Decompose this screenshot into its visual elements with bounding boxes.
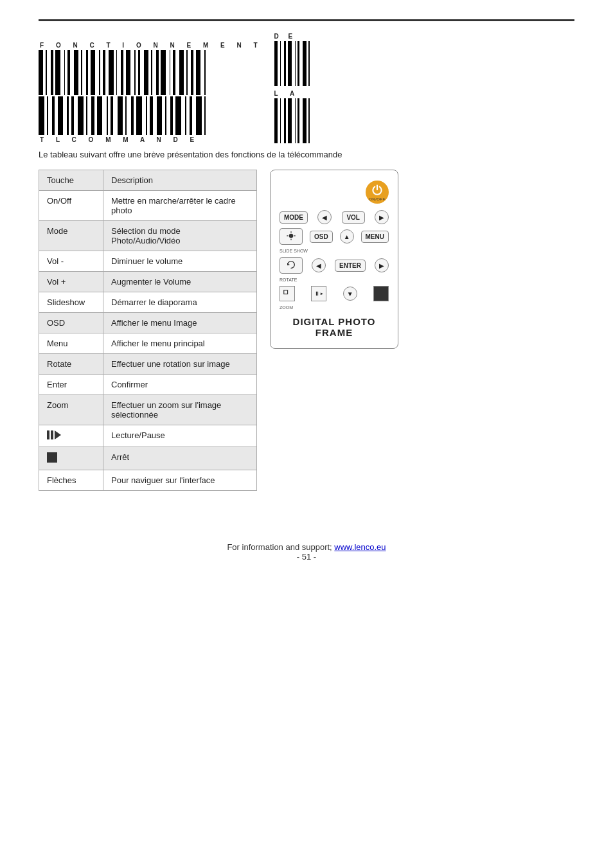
rotate-icon — [286, 260, 296, 270]
table-cell-value: Afficher le menu principal — [103, 333, 257, 354]
barcode-la-wrap: L A — [274, 90, 310, 143]
intro-text: Le tableau suivant offre une brève prése… — [39, 150, 574, 159]
table-cell-key: Flèches — [39, 470, 103, 491]
table-cell-key: Vol + — [39, 272, 103, 292]
footer-page-number: - 51 - — [39, 552, 574, 562]
svg-rect-5 — [284, 290, 288, 294]
remote-power-row: ON/OFF — [280, 181, 389, 204]
table-row: Vol + Augmenter le Volume — [39, 272, 257, 292]
menu-button[interactable]: MENU — [361, 231, 389, 243]
table-row: On/Off Mettre en marche/arrêter le cadre… — [39, 191, 257, 221]
svg-point-0 — [289, 234, 294, 238]
barcode-label-top: F O N C T I O N N E M E N T — [40, 42, 263, 49]
pause-bar-2 — [51, 430, 53, 439]
table-header-value: Description — [103, 170, 257, 191]
top-rule — [39, 19, 574, 21]
table-cell-key: Enter — [39, 375, 103, 395]
rotate-button[interactable] — [280, 257, 303, 274]
pause-bar — [47, 430, 49, 439]
play-pause-button[interactable]: ⏸▶ — [311, 286, 326, 301]
vol-button[interactable]: VOL — [342, 211, 365, 224]
barcode-section: F O N C T I O N N E M E N T — [39, 33, 574, 143]
table-row: Menu Afficher le menu principal — [39, 333, 257, 354]
up-arrow-button[interactable]: ▲ — [340, 229, 354, 244]
table-row: Zoom Effectuer un zoom sur l'image sélec… — [39, 395, 257, 425]
play-pause-icon — [47, 430, 61, 439]
table-cell-key: Zoom — [39, 395, 103, 425]
footer: For information and support; www.lenco.e… — [39, 542, 574, 562]
table-cell-play-pause — [39, 425, 103, 447]
nav-right-button[interactable]: ▶ — [375, 258, 389, 272]
table-cell-value: Effectuer une rotation sur image — [103, 354, 257, 375]
table-row: Mode Sélection du mode Photo/Audio/Vidéo — [39, 221, 257, 251]
power-button[interactable]: ON/OFF — [366, 181, 389, 204]
digital-photo-frame-label: DIGITAL PHOTO FRAME — [280, 316, 389, 338]
footer-text: For information and support; — [227, 542, 334, 552]
table-row: Flèches Pour naviguer sur l'interface — [39, 470, 257, 491]
right-arrow-button[interactable]: ▶ — [375, 210, 389, 224]
table-cell-key: Vol - — [39, 251, 103, 272]
footer-link[interactable]: www.lenco.eu — [334, 542, 386, 552]
barcode-large-bottom — [39, 96, 206, 135]
left-arrow-button[interactable]: ◀ — [317, 210, 332, 224]
table-cell-value: Pour naviguer sur l'interface — [103, 470, 257, 491]
zoom-row: ⏸▶ ▼ — [280, 286, 389, 301]
nav-left-button[interactable]: ◀ — [312, 258, 326, 272]
footer-text-row: For information and support; www.lenco.e… — [39, 542, 574, 552]
la-label: L A — [274, 90, 310, 97]
remote-body: ON/OFF MODE ◀ VOL ▶ — [280, 181, 389, 310]
stop-button[interactable] — [373, 286, 389, 301]
table-row: Enter Confirmer — [39, 375, 257, 395]
stop-icon — [47, 452, 57, 463]
zoom-icon — [283, 289, 292, 298]
barcode-label-bottom: T L C O M M A N D E — [40, 136, 199, 143]
table-cell-key: Slideshow — [39, 292, 103, 313]
table-cell-value: Augmenter le Volume — [103, 272, 257, 292]
table-row: Rotate Effectuer une rotation sur image — [39, 354, 257, 375]
mode-button[interactable]: MODE — [280, 211, 308, 224]
osd-menu-row: OSD ▲ MENU — [280, 228, 389, 245]
table-cell-stop — [39, 447, 103, 470]
table-cell-value: Diminuer le volume — [103, 251, 257, 272]
table-row: OSD Afficher le menu Image — [39, 313, 257, 333]
barcode-main: F O N C T I O N N E M E N T — [39, 42, 263, 143]
table-row: Slideshow Démarrer le diaporama — [39, 292, 257, 313]
table-row: Arrêt — [39, 447, 257, 470]
rotate-label: ROTATE — [280, 278, 389, 282]
brightness-icon — [286, 231, 296, 241]
table-cell-key: OSD — [39, 313, 103, 333]
brightness-button[interactable] — [280, 228, 303, 245]
table-cell-value: Lecture/Pause — [103, 425, 257, 447]
enter-button[interactable]: ENTER — [335, 260, 366, 272]
mode-vol-row: MODE ◀ VOL ▶ — [280, 210, 389, 224]
de-label: D E — [274, 33, 310, 40]
table-header-key: Touche — [39, 170, 103, 191]
table-cell-value: Afficher le menu Image — [103, 313, 257, 333]
barcode-de — [274, 41, 310, 86]
enter-row: ◀ ENTER ▶ — [280, 257, 389, 274]
table-cell-value: Confirmer — [103, 375, 257, 395]
table-cell-value: Démarrer le diaporama — [103, 292, 257, 313]
slideshow-label: SLIDE SHOW — [280, 249, 389, 253]
remote-table: Touche Description On/Off Mettre en marc… — [39, 170, 257, 491]
osd-button[interactable]: OSD — [310, 231, 333, 243]
table-cell-value: Sélection du mode Photo/Audio/Vidéo — [103, 221, 257, 251]
zoom-label-text: ZOOM — [280, 305, 389, 310]
remote-control: ON/OFF MODE ◀ VOL ▶ — [270, 170, 398, 349]
down-arrow-button[interactable]: ▼ — [343, 287, 357, 301]
table-cell-key: Mode — [39, 221, 103, 251]
power-icon — [371, 184, 384, 197]
table-cell-value: Mettre en marche/arrêter le cadre photo — [103, 191, 257, 221]
zoom-button[interactable] — [280, 286, 295, 301]
pause-bars — [47, 430, 53, 439]
table-row: Vol - Diminuer le volume — [39, 251, 257, 272]
barcode-la — [274, 98, 310, 143]
main-layout: Touche Description On/Off Mettre en marc… — [39, 170, 574, 491]
power-label: ON/OFF — [369, 197, 386, 201]
play-triangle-icon — [55, 430, 61, 439]
table-cell-key: On/Off — [39, 191, 103, 221]
barcode-de-wrap: D E — [274, 33, 310, 86]
table-cell-key: Menu — [39, 333, 103, 354]
barcode-large-top — [39, 50, 206, 95]
table-cell-key: Rotate — [39, 354, 103, 375]
